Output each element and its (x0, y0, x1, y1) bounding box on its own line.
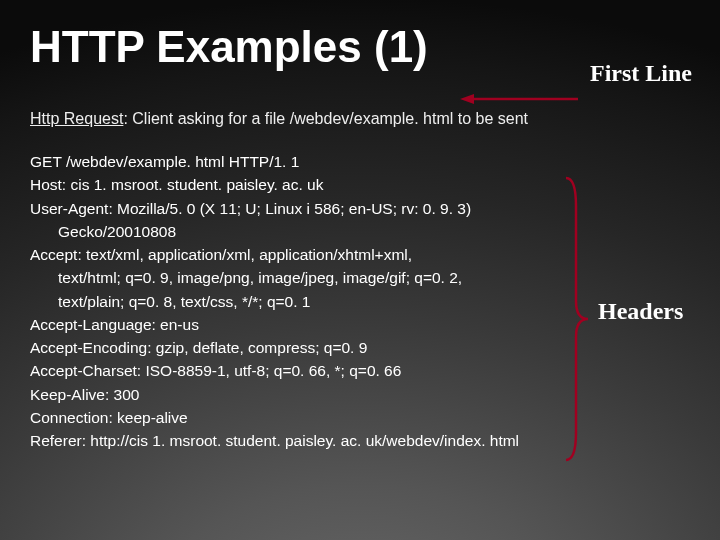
header-user-agent-cont: Gecko/20010808 (30, 220, 555, 243)
subtitle: Http Request: Client asking for a file /… (30, 110, 528, 128)
header-accept-cont2: text/plain; q=0. 8, text/css, */*; q=0. … (30, 290, 555, 313)
http-request-body: GET /webdev/example. html HTTP/1. 1 Host… (30, 150, 555, 452)
header-host: Host: cis 1. msroot. student. paisley. a… (30, 173, 555, 196)
header-keep-alive: Keep-Alive: 300 (30, 383, 555, 406)
subtitle-label: Http Request (30, 110, 123, 127)
header-accept-cont1: text/html; q=0. 9, image/png, image/jpeg… (30, 266, 555, 289)
slide-title: HTTP Examples (1) (30, 22, 428, 72)
header-accept-charset: Accept-Charset: ISO-8859-1, utf-8; q=0. … (30, 359, 555, 382)
header-accept-encoding: Accept-Encoding: gzip, deflate, compress… (30, 336, 555, 359)
request-line: GET /webdev/example. html HTTP/1. 1 (30, 150, 555, 173)
header-accept: Accept: text/xml, application/xml, appli… (30, 243, 555, 266)
svg-marker-1 (460, 94, 474, 104)
arrow-icon (460, 92, 580, 106)
header-connection: Connection: keep-alive (30, 406, 555, 429)
header-accept-language: Accept-Language: en-us (30, 313, 555, 336)
header-referer: Referer: http://cis 1. msroot. student. … (30, 429, 555, 452)
subtitle-text: : Client asking for a file /webdev/examp… (123, 110, 528, 127)
brace-icon (560, 176, 590, 462)
slide: HTTP Examples (1) First Line Http Reques… (0, 0, 720, 540)
headers-label: Headers (598, 298, 683, 325)
header-user-agent: User-Agent: Mozilla/5. 0 (X 11; U; Linux… (30, 197, 555, 220)
first-line-label: First Line (590, 60, 692, 87)
